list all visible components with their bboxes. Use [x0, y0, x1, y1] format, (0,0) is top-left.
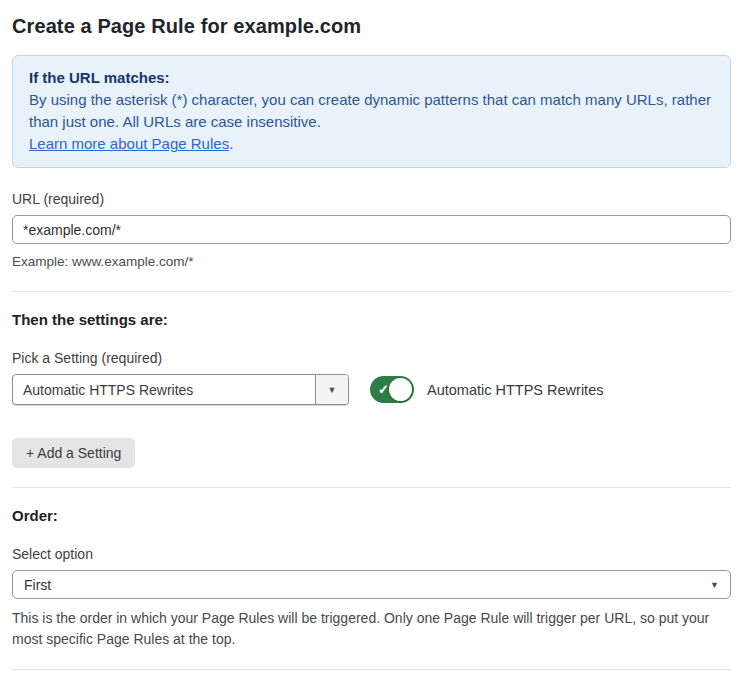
toggle-label: Automatic HTTPS Rewrites	[427, 382, 603, 398]
info-box-heading: If the URL matches:	[29, 67, 714, 89]
url-matches-info-box: If the URL matches: By using the asteris…	[12, 55, 731, 168]
order-select[interactable]: First ▼	[12, 570, 731, 599]
info-box-body: By using the asterisk (*) character, you…	[29, 89, 714, 133]
url-field-group: URL (required) Example: www.example.com/…	[12, 191, 731, 272]
order-heading: Order:	[12, 507, 731, 524]
url-field-label: URL (required)	[12, 191, 731, 207]
order-select-value: First	[24, 577, 51, 593]
divider	[12, 487, 731, 488]
info-box-link-line: Learn more about Page Rules.	[29, 133, 714, 155]
learn-more-link[interactable]: Learn more about Page Rules	[29, 135, 229, 152]
select-option-label: Select option	[12, 546, 731, 562]
settings-heading: Then the settings are:	[12, 311, 731, 328]
chevron-down-icon[interactable]: ▼	[315, 375, 348, 404]
divider	[12, 291, 731, 292]
order-section: Order: Select option First ▼ This is the…	[12, 507, 731, 650]
https-rewrites-toggle[interactable]: ✓	[370, 376, 414, 403]
link-period: .	[229, 135, 233, 152]
page-title: Create a Page Rule for example.com	[12, 15, 731, 38]
check-icon: ✓	[378, 382, 389, 397]
setting-picker-row: Automatic HTTPS Rewrites ▼ ✓ Automatic H…	[12, 374, 731, 405]
url-input[interactable]	[12, 215, 731, 244]
add-setting-button[interactable]: + Add a Setting	[12, 438, 135, 468]
setting-dropdown[interactable]: Automatic HTTPS Rewrites ▼	[12, 374, 349, 405]
order-help-text: This is the order in which your Page Rul…	[12, 608, 727, 650]
setting-toggle-cell: ✓ Automatic HTTPS Rewrites	[370, 374, 603, 405]
pick-setting-label: Pick a Setting (required)	[12, 350, 731, 366]
divider	[12, 669, 731, 670]
settings-section: Then the settings are: Pick a Setting (r…	[12, 311, 731, 468]
toggle-knob	[389, 378, 412, 401]
url-example-text: Example: www.example.com/*	[12, 252, 731, 272]
setting-dropdown-value: Automatic HTTPS Rewrites	[13, 375, 315, 404]
chevron-down-icon: ▼	[710, 580, 719, 590]
